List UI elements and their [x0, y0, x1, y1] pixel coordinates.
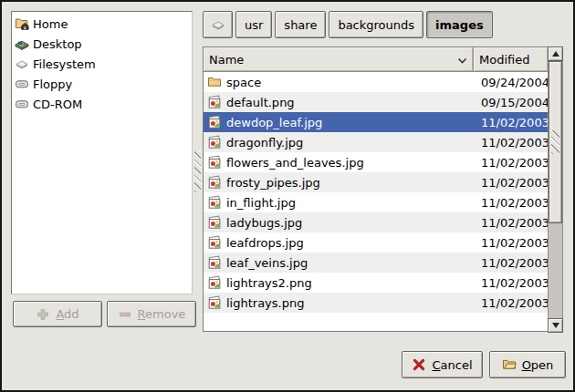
file-name-label: ladybugs.jpg — [226, 216, 302, 230]
image-file-icon — [207, 275, 222, 290]
path-button-label: images — [435, 18, 484, 32]
home-icon — [15, 16, 29, 31]
image-file-icon — [207, 195, 222, 210]
place-item-label: CD-ROM — [33, 98, 82, 111]
file-row[interactable]: ladybugs.jpg11/02/2003 — [204, 212, 548, 232]
file-name-cell: leaf_veins.jpg — [204, 255, 475, 270]
image-file-icon — [207, 95, 222, 109]
column-header-label: Modified — [479, 53, 529, 67]
places-list: HomeDesktopFilesystemFloppyCD-ROM — [11, 11, 193, 294]
file-row[interactable]: leaf_veins.jpg11/02/2003 — [204, 253, 548, 273]
file-name-label: space — [226, 76, 261, 89]
file-modified-label: 09/15/2004 — [475, 96, 548, 109]
image-file-icon — [207, 175, 222, 190]
file-row[interactable]: dewdop_leaf.jpg11/02/2003 — [204, 112, 548, 132]
image-file-icon — [207, 115, 222, 129]
file-rows: space09/24/2004default.png09/15/2004dewd… — [204, 72, 548, 313]
file-row[interactable]: flowers_and_leaves.jpg11/02/2003 — [204, 152, 548, 172]
add-button[interactable]: Add — [13, 301, 102, 327]
file-name-label: lightrays2.png — [226, 276, 312, 290]
file-modified-label: 11/02/2003 — [475, 256, 548, 270]
scrollbar-thumb[interactable] — [549, 61, 562, 223]
file-name-label: dewdop_leaf.jpg — [226, 116, 322, 129]
place-item-cd-rom[interactable]: CD-ROM — [12, 94, 192, 114]
file-name-label: in_flight.jpg — [226, 196, 296, 210]
thumb-grip-icon — [551, 130, 559, 154]
drive-icon — [15, 97, 29, 111]
file-modified-label: 11/02/2003 — [475, 236, 548, 250]
file-name-cell: ladybugs.jpg — [204, 215, 475, 230]
file-name-label: lightrays.png — [226, 296, 304, 310]
file-row[interactable]: leafdrops.jpg11/02/2003 — [204, 232, 548, 253]
scroll-down-button[interactable] — [548, 318, 563, 333]
place-item-label: Floppy — [33, 77, 72, 91]
file-name-cell: space — [204, 75, 475, 89]
path-button-usr[interactable]: usr — [235, 11, 272, 38]
image-file-icon — [207, 295, 222, 310]
vertical-scrollbar — [548, 46, 563, 333]
place-item-filesystem[interactable]: Filesystem — [12, 54, 192, 74]
scroll-up-button[interactable] — [548, 46, 563, 61]
file-name-cell: flowers_and_leaves.jpg — [204, 155, 475, 170]
path-button-backgrounds[interactable]: backgrounds — [329, 11, 423, 38]
file-row[interactable]: space09/24/2004 — [204, 72, 548, 92]
file-name-label: flowers_and_leaves.jpg — [226, 156, 364, 170]
path-button-label: share — [284, 18, 317, 32]
column-header-modified[interactable]: Modified — [474, 47, 548, 72]
path-root-button[interactable] — [203, 11, 233, 38]
open-button-label: Open — [522, 358, 554, 372]
open-button[interactable]: Open — [489, 351, 566, 378]
file-row[interactable]: lightrays.png11/02/2003 — [204, 293, 548, 313]
file-row[interactable]: dragonfly.jpg11/02/2003 — [204, 132, 548, 152]
path-button-share[interactable]: share — [275, 11, 326, 38]
path-button-images[interactable]: images — [426, 11, 493, 38]
file-name-cell: lightrays.png — [204, 295, 475, 310]
place-item-floppy[interactable]: Floppy — [12, 74, 192, 94]
chevron-down-icon — [457, 53, 467, 67]
place-item-desktop[interactable]: Desktop — [12, 34, 192, 54]
arrow-down-icon — [552, 323, 559, 328]
file-name-label: leaf_veins.jpg — [226, 256, 308, 270]
open-icon — [502, 357, 517, 372]
file-name-cell: in_flight.jpg — [204, 195, 475, 210]
column-header-name[interactable]: Name — [204, 47, 474, 72]
file-name-label: dragonfly.jpg — [226, 136, 303, 150]
file-row[interactable]: default.png09/15/2004 — [204, 92, 548, 112]
file-name-cell: dragonfly.jpg — [204, 135, 475, 150]
image-file-icon — [207, 255, 222, 270]
file-name-label: frosty_pipes.jpg — [226, 176, 320, 190]
file-modified-label: 11/02/2003 — [475, 196, 548, 210]
file-row[interactable]: frosty_pipes.jpg11/02/2003 — [204, 172, 548, 192]
remove-icon — [118, 307, 132, 322]
desktop-icon — [15, 36, 29, 51]
file-row[interactable]: lightrays2.png11/02/2003 — [204, 273, 548, 293]
place-item-home[interactable]: Home — [12, 14, 192, 34]
file-list-pane: Name Modified space09/24/2004default.png… — [203, 46, 549, 332]
add-button-label: Add — [56, 307, 78, 321]
cancel-button[interactable]: Cancel — [402, 351, 483, 378]
arrow-up-icon — [552, 51, 559, 57]
folder-icon — [207, 75, 222, 89]
file-modified-label: 11/02/2003 — [475, 136, 548, 150]
file-row[interactable]: in_flight.jpg11/02/2003 — [204, 192, 548, 212]
file-modified-label: 11/02/2003 — [475, 216, 548, 230]
file-modified-label: 11/02/2003 — [475, 116, 548, 129]
file-name-cell: default.png — [204, 95, 475, 109]
file-name-cell: lightrays2.png — [204, 275, 475, 290]
scrollbar-track[interactable] — [548, 61, 563, 318]
file-modified-label: 11/02/2003 — [475, 296, 548, 310]
path-bar: usr share backgrounds images — [203, 11, 493, 38]
file-modified-label: 11/02/2003 — [475, 156, 548, 170]
remove-button-label: Remove — [138, 307, 186, 321]
path-button-label: usr — [245, 18, 263, 32]
path-button-label: backgrounds — [338, 18, 414, 32]
remove-button[interactable]: Remove — [107, 301, 196, 327]
pane-splitter[interactable] — [193, 11, 203, 332]
file-modified-label: 11/02/2003 — [475, 276, 548, 290]
add-icon — [36, 307, 50, 322]
file-chooser-dialog: HomeDesktopFilesystemFloppyCD-ROM usr sh… — [0, 0, 575, 392]
file-list-header: Name Modified — [204, 47, 548, 72]
image-file-icon — [207, 215, 222, 230]
drive-icon — [15, 77, 29, 91]
file-name-label: leafdrops.jpg — [226, 236, 304, 250]
